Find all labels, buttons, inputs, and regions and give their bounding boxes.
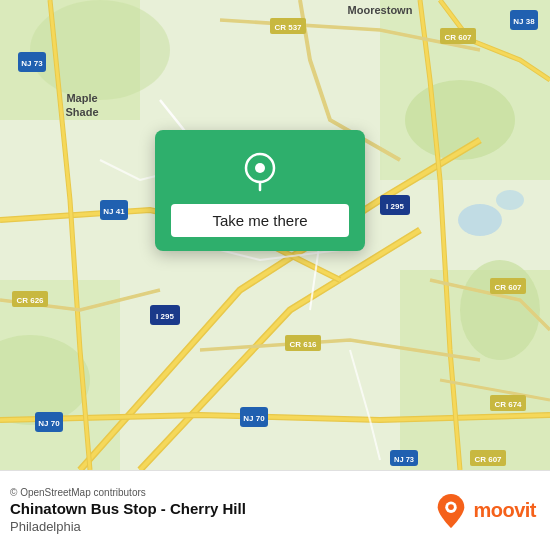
- svg-text:NJ 73: NJ 73: [21, 59, 43, 68]
- svg-text:CR 674: CR 674: [494, 400, 522, 409]
- svg-text:CR 607: CR 607: [494, 283, 522, 292]
- location-city: Philadelphia: [10, 519, 246, 534]
- moovit-pin-icon: [435, 492, 467, 530]
- svg-text:NJ 41: NJ 41: [103, 207, 125, 216]
- moovit-logo: moovit: [435, 492, 536, 530]
- svg-text:Moorestown: Moorestown: [348, 4, 413, 16]
- svg-text:NJ 38: NJ 38: [513, 17, 535, 26]
- svg-text:NJ 73: NJ 73: [394, 455, 414, 464]
- svg-text:NJ 70: NJ 70: [38, 419, 60, 428]
- svg-text:I 295: I 295: [156, 312, 174, 321]
- svg-text:CR 626: CR 626: [16, 296, 44, 305]
- osm-credit: © OpenStreetMap contributors: [10, 487, 246, 498]
- svg-point-9: [458, 204, 502, 236]
- svg-point-10: [496, 190, 524, 210]
- svg-point-46: [255, 163, 265, 173]
- svg-text:Maple: Maple: [66, 92, 97, 104]
- bottom-bar: © OpenStreetMap contributors Chinatown B…: [0, 470, 550, 550]
- svg-text:I 295: I 295: [386, 202, 404, 211]
- bottom-left-info: © OpenStreetMap contributors Chinatown B…: [10, 487, 246, 534]
- pin-icon: [237, 148, 283, 194]
- svg-text:CR 607: CR 607: [474, 455, 502, 464]
- svg-point-48: [449, 504, 455, 510]
- svg-text:CR 616: CR 616: [289, 340, 317, 349]
- location-card: Take me there: [155, 130, 365, 251]
- map-container[interactable]: NJ 73 NJ 38 CR 537 CR 607 I 295 I 295 NJ…: [0, 0, 550, 470]
- moovit-text: moovit: [473, 499, 536, 522]
- svg-text:Shade: Shade: [65, 106, 98, 118]
- svg-text:CR 607: CR 607: [444, 33, 472, 42]
- take-me-there-button[interactable]: Take me there: [171, 204, 349, 237]
- svg-text:CR 537: CR 537: [274, 23, 302, 32]
- location-name: Chinatown Bus Stop - Cherry Hill: [10, 500, 246, 517]
- svg-text:NJ 70: NJ 70: [243, 414, 265, 423]
